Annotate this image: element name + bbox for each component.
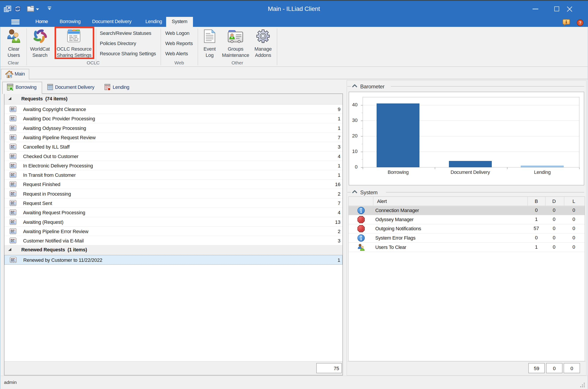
svg-text:?: ?	[579, 20, 581, 25]
